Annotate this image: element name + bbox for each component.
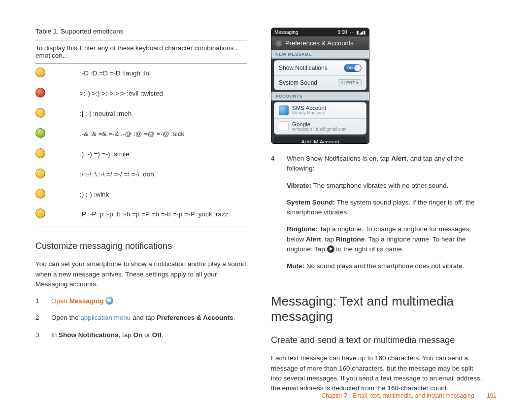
emoticon-icon [35,68,45,77]
step-4-content: When Show Notifications is on, tap Alert… [287,154,483,278]
phone-add-im-account[interactable]: Add IM Account [274,137,366,144]
step-number: 3 [35,330,40,340]
emoticon-combos: :P :-P :p :-p :b :-b =p =P =b =-b =-p =-… [80,205,247,227]
messaging-icon [105,297,113,305]
emoticon-combos: :/ :-/ :\ :-\ =/ =-/ =\ =-\ :doh [80,165,247,185]
play-icon [327,245,334,253]
phone-card-new-message: Show Notifications ON System Sound ALERT… [274,60,366,90]
phone-section-new-message: NEW MESSAGE [271,50,369,59]
table-row: :-& :& =& =-& :-@ :@ =@ =-@ :sick [35,124,247,144]
phone-card-accounts: SMS AccountWendy Madison Googlewmadison7… [274,102,366,135]
emoticon-combos: ;) ;-) :wink [80,185,247,205]
emoticon-icon [35,169,45,178]
phone-account-sms[interactable]: SMS AccountWendy Madison [274,103,366,118]
page-footer: Chapter 7 : Email, text, multimedia, and… [321,392,497,399]
step-text: Open the application menu and tap Prefer… [51,313,235,323]
emoticon-icon [35,88,45,98]
step-2: 2 Open the application menu and tap Pref… [35,313,247,323]
step-1: 1 Open Messaging . [35,296,247,306]
gear-icon [275,40,282,47]
phone-status-bar: Messaging 5:00 ⋯ ▮◢▮ [271,28,369,36]
table-row: :/ :-/ :\ :-\ =/ =-/ =\ =-\ :doh [35,165,247,185]
step-text: Open Messaging . [51,296,117,306]
table-caption: Table 1. Supported emoticons [35,28,247,35]
steps-continued: 4 When Show Notifications is on, tap Ale… [271,154,483,278]
table-row: :P :-P :p :-p :b :-b =p =P =b =-b =-p =-… [35,205,247,227]
open-link: Open Messaging [51,297,115,305]
step-text: In Show Notifications, tap On or Off. [51,330,164,340]
step-number: 1 [35,296,40,306]
emoticon-combos: :) :-) =) =-) :smile [80,144,247,165]
th-combos: Enter any of these keyboard character co… [80,40,247,64]
table-row: :-D :D =D =-D :laugh :lol [35,64,247,84]
phone-prefs-header: Preferences & Accounts [271,36,369,50]
emoticon-icon [35,148,45,158]
intro-paragraph: You can set your smartphone to show a no… [35,259,247,289]
emoticon-icon [35,208,45,218]
emoticon-icon [35,108,45,118]
google-icon [279,121,289,131]
footer-page-number: 101 [487,392,497,399]
section-heading-customize: Customize messaging notifications [35,241,247,251]
right-column: Messaging 5:00 ⋯ ▮◢▮ Preferences & Accou… [271,28,483,400]
th-emoticon: To display this emoticon... [35,40,80,64]
heading-messaging: Messaging: Text and multimedia messaging [271,294,483,324]
step-4: 4 When Show Notifications is on, tap Ale… [271,154,483,278]
emoticon-table: To display this emoticon... Enter any of… [35,40,247,227]
alert-dropdown[interactable]: ALERT ▾ [338,79,362,86]
steps-list: 1 Open Messaging . 2 Open the applicatio… [35,296,247,340]
table-row: :) :-) =) =-) :smile [35,144,247,165]
phone-screenshot: Messaging 5:00 ⋯ ▮◢▮ Preferences & Accou… [271,28,369,144]
table-row: ;) ;-) :wink [35,185,247,205]
phone-account-google[interactable]: Googlewmadison705a@gmail.com [274,118,366,135]
heading-create-send: Create and send a text or multimedia mes… [271,335,483,345]
toggle-on[interactable]: ON [344,64,362,72]
emoticon-combos: :| :-| :neutral :meh [80,104,247,124]
step-number: 2 [35,313,40,323]
table-row: :| :-| :neutral :meh [35,104,247,124]
left-column: Table 1. Supported emoticons To display … [35,28,247,400]
emoticon-combos: :-& :& =& =-& :-@ :@ =@ =-@ :sick [80,124,247,144]
phone-section-accounts: ACCOUNTS [271,92,369,101]
phone-row-system-sound[interactable]: System Sound ALERT ▾ [274,75,366,90]
emoticon-combos: :-D :D =D =-D :laugh :lol [80,64,247,84]
emoticon-icon [35,189,45,199]
footer-chapter: Chapter 7 : Email, text, multimedia, and… [321,392,474,399]
application-menu-link[interactable]: application menu [80,314,131,321]
emoticon-icon [35,128,45,138]
sms-icon [279,105,289,115]
step-3: 3 In Show Notifications, tap On or Off. [35,330,247,340]
emoticon-combos: >:-) >:) >:-> >:> :evil :twisted [80,84,247,104]
table-row: >:-) >:) >:-> >:> :evil :twisted [35,84,247,104]
create-send-paragraph: Each text message can have up to 160 cha… [271,353,483,393]
step-number: 4 [271,154,276,278]
phone-row-show-notifications[interactable]: Show Notifications ON [274,61,366,75]
